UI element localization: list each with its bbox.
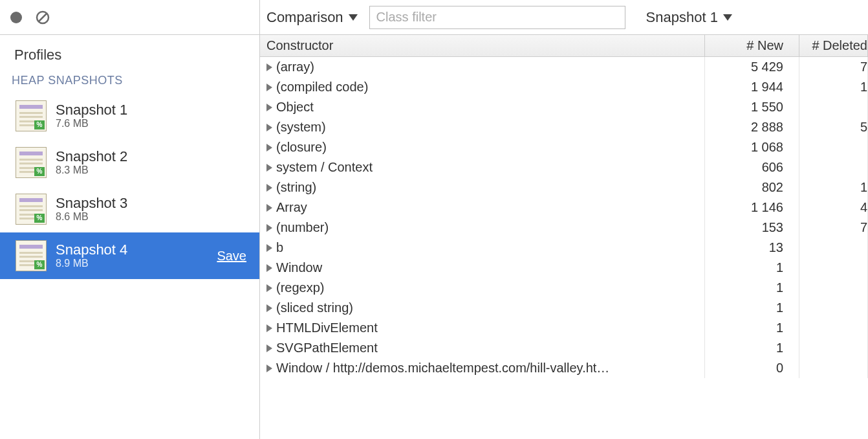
disclosure-triangle-icon[interactable] bbox=[266, 365, 272, 372]
cell-constructor: Window / http://demos.michaeltempest.com… bbox=[260, 358, 705, 378]
table-row[interactable]: (system)2 8885 bbox=[260, 117, 868, 137]
table-row[interactable]: Window1 bbox=[260, 258, 868, 278]
constructor-name: Array bbox=[276, 197, 307, 218]
cell-new: 0 bbox=[705, 358, 799, 378]
cell-new: 1 944 bbox=[705, 77, 799, 97]
cell-deleted: 5 bbox=[799, 117, 868, 137]
cell-new: 2 888 bbox=[705, 117, 799, 137]
disclosure-triangle-icon[interactable] bbox=[266, 284, 272, 292]
cell-constructor: (compiled code) bbox=[260, 77, 705, 97]
snapshot-name: Snapshot 1 bbox=[56, 102, 250, 118]
table-row[interactable]: (string)8021 bbox=[260, 177, 868, 197]
snapshot-size: 8.9 MB bbox=[56, 258, 208, 269]
cell-deleted bbox=[799, 258, 868, 278]
col-new[interactable]: # New bbox=[705, 35, 799, 56]
table-row[interactable]: (sliced string)1 bbox=[260, 298, 868, 318]
cell-deleted bbox=[799, 358, 868, 378]
disclosure-triangle-icon[interactable] bbox=[266, 104, 272, 111]
disclosure-triangle-icon[interactable] bbox=[266, 63, 272, 71]
snapshot-name: Snapshot 2 bbox=[56, 148, 250, 164]
table-row[interactable]: b13 bbox=[260, 238, 868, 258]
cell-deleted bbox=[799, 238, 868, 258]
svg-line-1 bbox=[39, 14, 47, 21]
table-row[interactable]: (compiled code)1 9441 bbox=[260, 77, 868, 97]
col-constructor[interactable]: Constructor bbox=[260, 35, 705, 56]
constructor-name: (string) bbox=[276, 177, 316, 197]
snapshot-item[interactable]: %Snapshot 48.9 MBSave bbox=[0, 232, 259, 279]
view-mode-dropdown[interactable]: Comparison bbox=[266, 9, 358, 26]
disclosure-triangle-icon[interactable] bbox=[266, 304, 272, 312]
constructor-name: Window bbox=[276, 258, 322, 278]
table-body: (array)5 4297(compiled code)1 9441Object… bbox=[260, 57, 868, 378]
cell-new: 1 068 bbox=[705, 137, 799, 157]
baseline-dropdown[interactable]: Snapshot 1 bbox=[646, 9, 732, 26]
table-row[interactable]: (array)5 4297 bbox=[260, 57, 868, 77]
sidebar: Profiles HEAP SNAPSHOTS %Snapshot 17.6 M… bbox=[0, 0, 260, 439]
table-row[interactable]: (closure)1 068 bbox=[260, 137, 868, 157]
record-icon[interactable] bbox=[10, 12, 22, 23]
snapshot-size: 7.6 MB bbox=[56, 118, 250, 129]
snapshot-name: Snapshot 3 bbox=[56, 195, 250, 211]
chevron-down-icon bbox=[349, 14, 358, 21]
cell-constructor: (number) bbox=[260, 218, 705, 238]
constructor-name: Object bbox=[276, 97, 314, 117]
table-row[interactable]: SVGPathElement1 bbox=[260, 338, 868, 358]
cell-constructor: (sliced string) bbox=[260, 298, 705, 318]
disclosure-triangle-icon[interactable] bbox=[266, 244, 272, 252]
cell-new: 1 bbox=[705, 258, 799, 278]
disclosure-triangle-icon[interactable] bbox=[266, 84, 272, 91]
cell-new: 5 429 bbox=[705, 57, 799, 77]
table-row[interactable]: Array1 1464 bbox=[260, 197, 868, 218]
cell-constructor: HTMLDivElement bbox=[260, 318, 705, 338]
disclosure-triangle-icon[interactable] bbox=[266, 324, 272, 332]
cell-new: 1 bbox=[705, 338, 799, 358]
cell-new: 1 bbox=[705, 298, 799, 318]
col-deleted[interactable]: # Deleted bbox=[799, 35, 868, 56]
cell-new: 13 bbox=[705, 238, 799, 258]
table-row[interactable]: system / Context606 bbox=[260, 157, 868, 177]
table-row[interactable]: HTMLDivElement1 bbox=[260, 318, 868, 338]
cell-new: 1 550 bbox=[705, 97, 799, 117]
cell-constructor: Array bbox=[260, 197, 705, 218]
disclosure-triangle-icon[interactable] bbox=[266, 344, 272, 352]
table-row[interactable]: (regexp)1 bbox=[260, 278, 868, 298]
cell-constructor: (closure) bbox=[260, 137, 705, 157]
save-link[interactable]: Save bbox=[217, 249, 246, 264]
snapshot-item[interactable]: %Snapshot 38.6 MB bbox=[0, 186, 259, 232]
cell-deleted: 1 bbox=[799, 77, 868, 97]
disclosure-triangle-icon[interactable] bbox=[266, 264, 272, 272]
cell-deleted bbox=[799, 298, 868, 318]
main-toolbar: Comparison Snapshot 1 bbox=[260, 0, 868, 35]
cell-deleted: 1 bbox=[799, 177, 868, 197]
table-header: Constructor # New # Deleted bbox=[260, 35, 868, 57]
cell-constructor: Object bbox=[260, 97, 705, 117]
disclosure-triangle-icon[interactable] bbox=[266, 224, 272, 232]
disclosure-triangle-icon[interactable] bbox=[266, 184, 272, 192]
constructor-name: (regexp) bbox=[276, 278, 324, 298]
disclosure-triangle-icon[interactable] bbox=[266, 124, 272, 131]
cell-constructor: SVGPathElement bbox=[260, 338, 705, 358]
snapshot-item[interactable]: %Snapshot 17.6 MB bbox=[0, 93, 259, 139]
snapshot-item[interactable]: %Snapshot 28.3 MB bbox=[0, 139, 259, 186]
table-row[interactable]: (number)1537 bbox=[260, 218, 868, 238]
constructor-name: HTMLDivElement bbox=[276, 318, 378, 338]
constructor-name: b bbox=[276, 238, 283, 258]
cell-new: 802 bbox=[705, 177, 799, 197]
cell-new: 1 bbox=[705, 278, 799, 298]
disclosure-triangle-icon[interactable] bbox=[266, 204, 272, 212]
disclosure-triangle-icon[interactable] bbox=[266, 164, 272, 172]
disclosure-triangle-icon[interactable] bbox=[266, 144, 272, 152]
constructor-name: (sliced string) bbox=[276, 298, 353, 318]
class-filter-input[interactable] bbox=[369, 6, 625, 29]
cell-constructor: system / Context bbox=[260, 157, 705, 177]
constructor-name: (closure) bbox=[276, 137, 327, 157]
table-row[interactable]: Object1 550 bbox=[260, 97, 868, 117]
cell-new: 153 bbox=[705, 218, 799, 238]
cell-deleted bbox=[799, 97, 868, 117]
snapshot-list: %Snapshot 17.6 MB%Snapshot 28.3 MB%Snaps… bbox=[0, 93, 259, 279]
clear-icon[interactable] bbox=[35, 10, 50, 25]
table-row[interactable]: Window / http://demos.michaeltempest.com… bbox=[260, 358, 868, 378]
snapshot-icon: % bbox=[16, 240, 47, 271]
view-mode-label: Comparison bbox=[266, 9, 343, 26]
constructor-name: (compiled code) bbox=[276, 77, 368, 97]
